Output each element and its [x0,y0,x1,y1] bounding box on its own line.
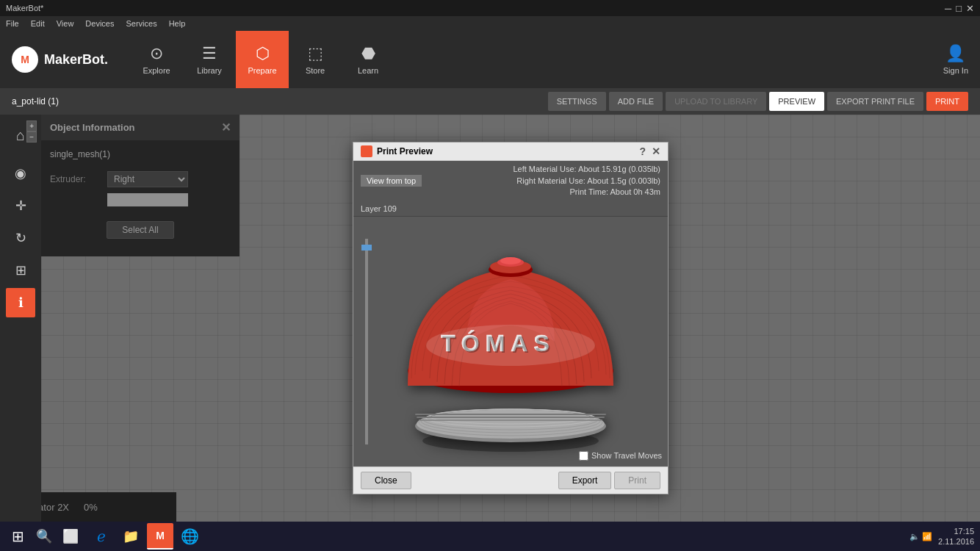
menu-services[interactable]: Services [126,19,156,28]
export-print-file-button[interactable]: EXPORT PRINT FILE [827,92,923,111]
title-bar-controls: ─ □ ✕ [945,3,974,14]
svg-text:TÓMAS: TÓMAS [442,331,557,358]
taskbar-time: 17:15 2.11.2016 [938,526,974,547]
taskbar-folder-icon[interactable]: 📁 [118,523,144,550]
pp-material-left: Left Material Use: About 15.91g (0.035lb… [513,164,660,175]
pp-footer-right-buttons: Export Print [558,472,660,489]
pp-footer: Close Export Print [353,467,668,494]
nav-prepare-label: Prepare [248,66,276,75]
taskbar-right: 🔈 📶 17:15 2.11.2016 [909,526,974,547]
menu-file[interactable]: File [6,19,19,28]
taskbar-system-icons: 🔈 📶 [909,532,932,541]
makerbot-icon: M [12,46,38,73]
settings-button[interactable]: SETTINGS [548,92,606,111]
taskbar-task-view-icon[interactable]: ⬜ [59,525,82,548]
pp-print-button[interactable]: Print [614,472,660,489]
pp-controls: ? ✕ [639,145,660,157]
taskbar-start-button[interactable]: ⊞ [6,525,29,548]
info-button[interactable]: ℹ [6,288,35,317]
nav-library-label: Library [197,66,222,75]
menu-view[interactable]: View [57,19,74,28]
print-preview-dialog: Print Preview ? ✕ View from top Left Mat… [353,142,669,494]
left-sidebar: ⌂ + − ◉ ✛ ↻ ⊞ ℹ [0,115,41,522]
nav-bar: M MakerBot. ⊙ Explore ☰ Library ⬡ Prepar… [0,31,980,88]
menu-devices[interactable]: Devices [85,19,114,28]
canvas-area[interactable]: Object Information ✕ single_mesh(1) Extr… [41,115,980,522]
file-name: a_pot-lid (1) [12,96,59,107]
nav-library[interactable]: ☰ Library [183,31,236,88]
store-icon: ⬚ [308,44,323,63]
date-display: 2.11.2016 [938,536,974,547]
pp-title: Print Preview [377,146,433,156]
svg-point-16 [500,257,521,264]
pp-3d-render: TÓMAS TÓMAS [371,224,650,459]
explore-icon: ⊙ [150,44,163,63]
taskbar-search-icon[interactable]: 🔍 [32,525,56,548]
sign-in-label: Sign In [943,66,968,75]
toolbar: a_pot-lid (1) SETTINGS ADD FILE UPLOAD T… [0,88,980,115]
preview-button[interactable]: PREVIEW [769,92,824,111]
add-file-button[interactable]: ADD FILE [609,92,663,111]
svg-rect-17 [415,414,606,415]
text-tomas: TÓMAS TÓMAS [426,325,595,366]
pp-help-button[interactable]: ? [639,145,646,157]
scale-button[interactable]: ⊞ [6,256,35,285]
minimize-button[interactable]: ─ [945,3,951,14]
pp-show-travel-label: Show Travel Moves [591,451,662,460]
menu-edit[interactable]: Edit [31,19,45,28]
nav-explore[interactable]: ⊙ Explore [130,31,183,88]
rotate-button[interactable]: ↻ [6,223,35,253]
title-bar: MakerBot* ─ □ ✕ [0,0,980,16]
pp-close-dialog-button[interactable]: Close [361,472,411,489]
main-area: ⌂ + − ◉ ✛ ↻ ⊞ ℹ Object Information ✕ sin… [0,115,980,522]
print-button[interactable]: PRINT [926,92,968,111]
pp-close-button[interactable]: ✕ [652,145,660,157]
pp-layer-area: Layer 109 [353,201,668,217]
menu-bar: File Edit View Devices Services Help [0,16,980,31]
pp-show-travel-checkbox[interactable] [579,451,588,461]
taskbar-makerbot-icon[interactable]: M [147,523,173,550]
pp-export-button[interactable]: Export [558,472,612,489]
pp-layer-label: Layer 109 [361,204,397,213]
sign-in-button[interactable]: 👤 Sign In [943,44,968,75]
pp-show-travel-area[interactable]: Show Travel Moves [579,451,662,461]
pp-material-info: Left Material Use: About 15.91g (0.035lb… [513,164,660,198]
nav-learn[interactable]: ⬣ Learn [342,31,394,88]
pp-material-right: Right Material Use: About 1.5g (0.003lb) [513,176,660,187]
nav-store[interactable]: ⬚ Store [289,31,342,88]
zoom-in-button[interactable]: + [26,120,37,132]
time-display: 17:15 [938,526,974,536]
zoom-out-button[interactable]: − [26,132,37,143]
upload-library-button[interactable]: UPLOAD TO LIBRARY [666,92,766,111]
print-preview-overlay: Print Preview ? ✕ View from top Left Mat… [41,115,980,522]
pp-title-bar: Print Preview ? ✕ [353,143,668,161]
restore-button[interactable]: □ [956,3,962,14]
nav-explore-label: Explore [143,66,170,75]
move-button[interactable]: ✛ [6,191,35,220]
taskbar-apps: ℯ 📁 M 🌐 [88,523,203,550]
pp-title-left: Print Preview [361,145,433,157]
sign-in-icon: 👤 [945,44,965,63]
toolbar-buttons: SETTINGS ADD FILE UPLOAD TO LIBRARY PREV… [548,92,968,111]
menu-help[interactable]: Help [169,19,186,28]
taskbar: ⊞ 🔍 ⬜ ℯ 📁 M 🌐 🔈 📶 17:15 2.11.2016 [0,522,980,551]
taskbar-chrome-icon[interactable]: 🌐 [176,523,203,550]
pp-slider-thumb[interactable] [361,245,372,251]
taskbar-ie-icon[interactable]: ℯ [88,523,115,550]
pp-print-time: Print Time: About 0h 43m [513,187,660,198]
pp-slider-track [365,239,368,444]
pp-view-from-top-button[interactable]: View from top [361,175,422,187]
learn-icon: ⬣ [361,44,375,63]
logo-text: MakerBot. [44,52,108,68]
nav-learn-label: Learn [358,66,378,75]
library-icon: ☰ [202,44,217,63]
pp-icon [361,145,372,157]
nav-store-label: Store [306,66,325,75]
home-button[interactable]: ⌂ + − [6,120,35,150]
makerbot-logo[interactable]: M MakerBot. [12,46,108,73]
svg-rect-18 [417,417,605,418]
pp-canvas: TÓMAS TÓMAS [353,217,668,467]
close-button[interactable]: ✕ [966,3,974,14]
nav-prepare[interactable]: ⬡ Prepare [236,31,289,88]
eye-button[interactable]: ◉ [6,159,35,188]
